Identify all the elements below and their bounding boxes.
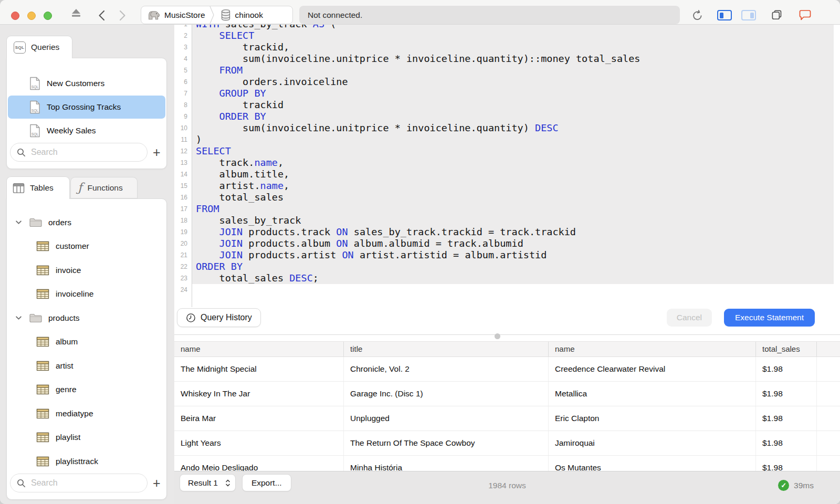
table-cell[interactable]: Beira Mar xyxy=(174,406,344,430)
query-item-top-grossing-tracks[interactable]: SQLTop Grossing Tracks xyxy=(8,96,165,119)
line-number: 18 xyxy=(174,215,192,226)
table-cell[interactable]: Garage Inc. (Disc 1) xyxy=(344,382,549,406)
table-cell[interactable]: Light Years xyxy=(174,431,344,455)
line-number: 24 xyxy=(174,284,192,296)
queries-search-input[interactable] xyxy=(30,147,147,158)
tables-search-input[interactable] xyxy=(30,478,147,488)
table-cell[interactable]: Eric Clapton xyxy=(549,406,756,430)
table-cell[interactable]: $1.98 xyxy=(756,382,817,406)
chevron-down-icon[interactable] xyxy=(15,316,24,320)
tab-functions[interactable]: ƒ Functions xyxy=(70,177,138,198)
queries-search-row: + xyxy=(8,140,165,164)
tab-queries[interactable]: SQL Queries xyxy=(6,36,72,58)
table-cell[interactable]: Minha História xyxy=(344,456,549,471)
tree-item-label: genre xyxy=(56,385,77,394)
table-cell[interactable]: Os Mutantes xyxy=(549,456,756,471)
queries-search[interactable] xyxy=(10,143,148,162)
line-number: 10 xyxy=(174,122,192,134)
table-cell[interactable]: Creedence Clearwater Revival xyxy=(549,357,756,381)
table-icon xyxy=(36,289,49,299)
chevron-down-icon[interactable] xyxy=(15,220,24,225)
table-cell[interactable]: $1.98 xyxy=(756,456,817,471)
tree-item-label: playlist xyxy=(56,433,80,442)
execute-statement-button[interactable]: Execute Statement xyxy=(724,309,815,327)
windows-icon[interactable] xyxy=(771,9,783,21)
code-line-text: album.title, xyxy=(192,169,834,180)
table-cell[interactable]: $1.98 xyxy=(756,431,817,455)
export-button[interactable]: Export... xyxy=(242,474,291,491)
line-number: 22 xyxy=(174,261,192,272)
table-cell[interactable]: The Return Of The Space Cowboy xyxy=(344,431,549,455)
line-number: 5 xyxy=(174,65,192,76)
splitter-handle-icon[interactable] xyxy=(495,333,500,339)
feedback-chat-icon[interactable] xyxy=(798,9,812,22)
table-row[interactable]: Light YearsThe Return Of The Space Cowbo… xyxy=(174,431,840,456)
table-cell[interactable]: $1.98 xyxy=(756,357,817,381)
table-row[interactable]: The Midnight SpecialChronicle, Vol. 2Cre… xyxy=(174,357,840,382)
table-cell[interactable]: $1.98 xyxy=(756,406,817,430)
column-header-total-sales-3[interactable]: total_sales xyxy=(756,342,817,356)
tree-item-genre[interactable]: genre xyxy=(7,378,166,402)
table-row[interactable]: Beira MarUnpluggedEric Clapton$1.98 xyxy=(174,406,840,431)
result-selector[interactable]: Result 1 xyxy=(180,474,236,491)
tree-item-products[interactable]: products xyxy=(7,306,166,330)
back-button[interactable] xyxy=(98,10,105,21)
toggle-right-sidebar-button[interactable] xyxy=(741,10,756,20)
sql-editor[interactable]: 1WITH sales_by_track AS (2 SELECT3 track… xyxy=(174,25,840,334)
toggle-left-sidebar-button[interactable] xyxy=(717,10,732,20)
tree-item-artist[interactable]: artist xyxy=(7,354,166,378)
column-header-name-2[interactable]: name xyxy=(549,342,756,356)
query-item-label: Weekly Sales xyxy=(47,126,96,135)
cancel-button[interactable]: Cancel xyxy=(667,309,712,327)
table-icon xyxy=(36,384,49,395)
tree-item-album[interactable]: album xyxy=(7,330,166,354)
editor-line: 18 sales_by_track xyxy=(174,215,840,226)
stepper-icon xyxy=(225,479,230,487)
query-timing: ✓ 39ms xyxy=(778,474,814,497)
column-header-name-0[interactable]: name xyxy=(174,342,344,356)
table-cell[interactable]: Chronicle, Vol. 2 xyxy=(344,357,549,381)
queries-panel: SQLNew CustomersSQLTop Grossing TracksSQ… xyxy=(6,58,167,169)
table-cell[interactable]: Whiskey In The Jar xyxy=(174,382,344,406)
tables-search[interactable] xyxy=(10,474,148,492)
editor-line: 13 track.name, xyxy=(174,157,840,169)
search-icon xyxy=(17,479,26,488)
tab-tables[interactable]: Tables xyxy=(6,176,70,199)
close-window-button[interactable] xyxy=(11,12,19,20)
tree-item-playlisttrack[interactable]: playlisttrack xyxy=(7,449,166,474)
line-number: 23 xyxy=(174,272,192,284)
tree-item-customer[interactable]: customer xyxy=(7,235,166,259)
splitter[interactable] xyxy=(174,334,840,335)
code-line-text: ) xyxy=(192,134,834,145)
table-cell[interactable]: Jamiroquai xyxy=(549,431,756,455)
tree-item-playlist[interactable]: playlist xyxy=(7,426,166,450)
forward-button[interactable] xyxy=(119,10,126,21)
query-history-button[interactable]: Query History xyxy=(177,308,261,327)
tree-item-mediatype[interactable]: mediatype xyxy=(7,402,166,426)
zoom-window-button[interactable] xyxy=(44,12,52,20)
line-number: 3 xyxy=(174,41,192,53)
table-icon xyxy=(36,361,49,371)
editor-line: 15 artist.name, xyxy=(174,180,840,192)
editor-line: 9 ORDER BY xyxy=(174,111,840,122)
table-icon xyxy=(36,265,49,276)
tree-item-orders[interactable]: orders xyxy=(7,211,166,235)
breadcrumb-server[interactable]: MusicStore xyxy=(141,6,209,24)
add-query-button[interactable]: + xyxy=(148,145,165,160)
table-row[interactable]: Ando Meio DesligadoMinha HistóriaOs Muta… xyxy=(174,456,840,471)
tree-item-invoiceline[interactable]: invoiceline xyxy=(7,282,166,307)
tree-item-invoice[interactable]: invoice xyxy=(7,258,166,282)
refresh-icon[interactable] xyxy=(691,9,704,22)
minimize-window-button[interactable] xyxy=(27,12,36,20)
add-table-button[interactable]: + xyxy=(148,476,165,490)
query-item-new-customers[interactable]: SQLNew Customers xyxy=(8,72,165,95)
table-cell[interactable]: The Midnight Special xyxy=(174,357,344,381)
column-header-title-1[interactable]: title xyxy=(344,342,549,356)
query-item-weekly-sales[interactable]: SQLWeekly Sales xyxy=(8,119,165,142)
table-cell[interactable]: Ando Meio Desligado xyxy=(174,456,344,471)
eject-icon[interactable] xyxy=(70,8,82,17)
table-cell[interactable]: Unplugged xyxy=(344,406,549,430)
table-cell[interactable]: Metallica xyxy=(549,382,756,406)
table-row[interactable]: Whiskey In The JarGarage Inc. (Disc 1)Me… xyxy=(174,382,840,406)
breadcrumb-database[interactable]: chinook xyxy=(215,6,267,24)
